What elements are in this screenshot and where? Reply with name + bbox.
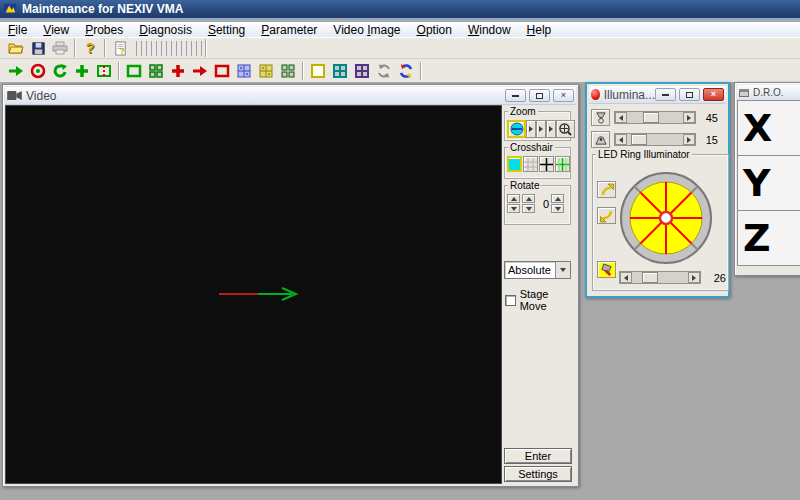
led-slider[interactable] — [619, 271, 701, 284]
zoom-step-button-2[interactable] — [536, 120, 546, 138]
video-minimize-button[interactable] — [505, 89, 526, 102]
video-window-titlebar[interactable]: Video × — [5, 87, 576, 105]
rotate-tool-button[interactable] — [49, 61, 71, 81]
refresh-color-button[interactable] — [395, 61, 417, 81]
grid-purple-icon — [354, 63, 370, 79]
grid-green-button[interactable] — [145, 61, 167, 81]
spin-down-button[interactable] — [522, 204, 535, 213]
toolbar-separator — [74, 39, 76, 57]
menu-window[interactable]: Window — [460, 23, 519, 37]
video-close-button[interactable]: × — [553, 89, 574, 102]
zoom-step-button-3[interactable] — [546, 120, 556, 138]
video-control-panel: Zoom Crosshair — [502, 105, 576, 484]
help-button[interactable]: ? — [79, 38, 101, 58]
menu-parameter[interactable]: Parameter — [253, 23, 325, 37]
move-arrow-green-button[interactable] — [5, 61, 27, 81]
ring-value: 15 — [700, 134, 718, 146]
grid-purple-button[interactable] — [351, 61, 373, 81]
menu-setting[interactable]: Setting — [200, 23, 253, 37]
box-yellow-outline-button[interactable] — [307, 61, 329, 81]
menu-view[interactable]: View — [35, 23, 77, 37]
crosshair-off-icon — [509, 159, 520, 170]
menu-option[interactable]: Option — [409, 23, 460, 37]
stage-move-checkbox[interactable] — [505, 295, 516, 306]
spin-down-button[interactable] — [507, 204, 520, 213]
open-button[interactable] — [5, 38, 27, 58]
grid-teal-button[interactable] — [329, 61, 351, 81]
menu-probes[interactable]: Probes — [77, 23, 131, 37]
dro-titlebar[interactable]: D.R.O. — [737, 85, 800, 101]
slider-right-button[interactable] — [683, 134, 695, 145]
slider-right-button[interactable] — [688, 272, 700, 283]
coordinate-mode-select[interactable]: Absolute — [504, 261, 571, 279]
dro-axis-y: Y — [737, 155, 800, 211]
refresh-gray-button[interactable] — [373, 61, 395, 81]
video-restore-button[interactable] — [529, 89, 550, 102]
enter-button[interactable]: Enter — [504, 448, 572, 464]
box-green-button[interactable] — [123, 61, 145, 81]
menu-video-image[interactable]: Video Image — [325, 23, 408, 37]
slider-right-button[interactable] — [683, 112, 695, 123]
slider-thumb[interactable] — [643, 112, 659, 123]
app-icon — [3, 2, 17, 16]
ring-lamp-button[interactable] — [591, 131, 610, 148]
coordinate-mode-value: Absolute — [505, 264, 555, 276]
grid-gray-green-icon — [280, 63, 296, 79]
menu-diagnosis[interactable]: Diagnosis — [131, 23, 200, 37]
led-ring-display[interactable] — [618, 170, 714, 266]
spin-down-button[interactable] — [551, 204, 564, 213]
print-button[interactable] — [49, 38, 71, 58]
spin-up-button[interactable] — [522, 194, 535, 203]
grid-gray-green-button[interactable] — [277, 61, 299, 81]
ring-slider[interactable] — [614, 133, 696, 146]
save-button[interactable] — [27, 38, 49, 58]
grid-teal-icon — [332, 63, 348, 79]
coaxial-lamp-button[interactable] — [591, 109, 610, 126]
zoom-fit-button[interactable] — [507, 120, 526, 138]
rotate-cw-button[interactable] — [597, 181, 616, 198]
add-green-button[interactable] — [71, 61, 93, 81]
pattern-yellow-button[interactable] — [255, 61, 277, 81]
menu-help[interactable]: Help — [519, 23, 560, 37]
led-value: 26 — [714, 272, 726, 284]
minimize-icon — [512, 95, 519, 97]
add-red-button[interactable] — [167, 61, 189, 81]
save-icon — [31, 41, 46, 56]
slider-left-button[interactable] — [620, 272, 632, 283]
help-topic-button[interactable]: ? — [109, 38, 131, 58]
crosshair-black-button[interactable] — [539, 156, 554, 172]
spin-up-button[interactable] — [551, 194, 564, 203]
crosshair-green-button[interactable] — [555, 156, 570, 172]
box-split-button[interactable] — [93, 61, 115, 81]
zoom-step-button-1[interactable] — [526, 120, 536, 138]
move-arrow-red-button[interactable] — [189, 61, 211, 81]
pattern-blue-button[interactable] — [233, 61, 255, 81]
box-red-button[interactable] — [211, 61, 233, 81]
spin-up-button[interactable] — [507, 194, 520, 203]
slider-thumb[interactable] — [642, 272, 658, 283]
app-titlebar[interactable]: Maintenance for NEXIV VMA — [0, 0, 800, 20]
coaxial-slider[interactable] — [614, 111, 696, 124]
video-viewport[interactable] — [5, 105, 502, 484]
crosshair-grid-button[interactable] — [523, 156, 538, 172]
crosshair-off-button[interactable] — [507, 156, 522, 172]
rotate-ccw-button[interactable] — [597, 207, 616, 224]
arrow-up-icon — [555, 197, 561, 201]
zoom-magnify-button[interactable] — [556, 120, 575, 138]
target-button[interactable] — [27, 61, 49, 81]
slider-left-button[interactable] — [615, 134, 627, 145]
settings-button[interactable]: Settings — [504, 466, 572, 482]
arrow-up-icon — [511, 197, 517, 201]
help-doc-icon: ? — [113, 41, 128, 56]
illuminator-titlebar[interactable]: Illumina... × — [589, 86, 726, 104]
slider-left-button[interactable] — [615, 112, 627, 123]
combo-dropdown-button[interactable] — [555, 262, 570, 278]
illuminator-close-button[interactable]: × — [703, 88, 724, 101]
arrow-right-icon — [687, 115, 691, 121]
illuminator-restore-button[interactable] — [679, 88, 700, 101]
led-lamp-button[interactable] — [597, 261, 616, 278]
ring-slider-row: 15 — [591, 131, 718, 148]
illuminator-minimize-button[interactable] — [655, 88, 676, 101]
slider-thumb[interactable] — [631, 134, 647, 145]
menu-file[interactable]: File — [0, 23, 35, 37]
